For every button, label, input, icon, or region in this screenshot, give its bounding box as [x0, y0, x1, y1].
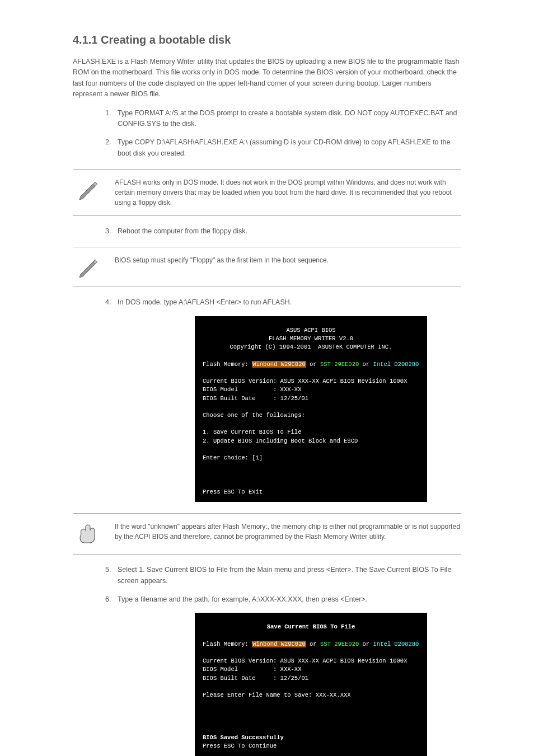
terminal-save-bios: Save Current BIOS To File Flash Memory: …: [195, 613, 427, 756]
step-6: 6.Type a filename and the path, for exam…: [73, 594, 461, 605]
step-5-text: Select 1. Save Current BIOS to File from…: [118, 566, 451, 584]
term2-flash-c: Intel 0208280: [373, 641, 419, 647]
note-1-text: AFLASH works only in DOS mode. It does n…: [115, 177, 461, 208]
pen-icon: [76, 179, 101, 201]
hand-icon: [74, 523, 102, 546]
term2-flash-b: SST 29EE020: [320, 641, 359, 647]
step-1: 1.Type FORMAT A:/S at the DOS prompt to …: [73, 108, 461, 130]
step-5: 5.Select 1. Save Current BIOS to File fr…: [73, 565, 461, 586]
term1-ver: Current BIOS Version: ASUS XXX-XX ACPI B…: [203, 378, 407, 384]
pen-icon: [76, 256, 101, 279]
step-4-text: In DOS mode, type A:\AFLASH <Enter> to r…: [118, 298, 292, 306]
term2-date: BIOS Built Date : 12/25/01: [203, 675, 308, 682]
term1-opt1: 1. Save Current BIOS To File: [203, 429, 301, 435]
step-6-text: Type a filename and the path, for exampl…: [118, 595, 367, 603]
term2-ver: Current BIOS Version: ASUS XXX-XX ACPI B…: [203, 658, 407, 664]
step-2-text: Type COPY D:\AFLASH\AFLASH.EXE A:\ (assu…: [118, 138, 450, 157]
term1-flash-b: SST 29EE020: [320, 361, 359, 368]
term2-model: BIOS Model : XXX-XX: [203, 666, 301, 673]
term2-flash-label: Flash Memory:: [203, 641, 252, 647]
term1-opt2: 2. Update BIOS Including Boot Block and …: [203, 438, 358, 444]
term1-flash-a: Winbond W29C020: [252, 361, 306, 368]
step-1-text: Type FORMAT A:/S at the DOS prompt to cr…: [118, 109, 457, 128]
term2-flash-a: Winbond W29C020: [252, 641, 306, 647]
note-3-text: If the word "unknown" appears after Flas…: [115, 522, 461, 542]
term1-title3: Copyright (C) 1994-2001 ASUSTeK COMPUTER…: [230, 344, 392, 350]
term1-esc: Press ESC To Exit: [203, 489, 263, 495]
step-4: 4.In DOS mode, type A:\AFLASH <Enter> to…: [73, 297, 461, 308]
term2-title: Save Current BIOS To File: [267, 623, 355, 630]
term2-or2: or: [359, 641, 373, 647]
terminal-main-menu: ASUS ACPI BIOS FLASH MEMORY WRITER V2.0 …: [195, 316, 427, 502]
term2-saved: BIOS Saved Successfully: [203, 734, 284, 741]
term2-prompt: Please Enter File Name to Save: XXX-XX.X…: [203, 692, 351, 698]
term1-choose: Choose one of the followings:: [203, 412, 305, 419]
term2-esc: Press ESC To Continue: [203, 743, 277, 749]
step-3-text: Reboot the computer from the floppy disk…: [118, 227, 247, 235]
step-2: 2.Type COPY D:\AFLASH\AFLASH.EXE A:\ (as…: [73, 137, 461, 159]
term1-enter: Enter choice: [1]: [203, 454, 263, 461]
term1-flash-label: Flash Memory:: [203, 361, 252, 368]
term1-title1: ASUS ACPI BIOS: [286, 327, 335, 334]
term1-title2: FLASH MEMORY WRITER V2.0: [269, 335, 353, 342]
term1-or2: or: [359, 361, 373, 368]
note-1: AFLASH works only in DOS mode. It does n…: [73, 169, 461, 216]
term1-flash-c: Intel 0208280: [373, 361, 419, 368]
term2-or1: or: [306, 641, 320, 647]
step-3: 3.Reboot the computer from the floppy di…: [73, 226, 461, 237]
intro-paragraph: AFLASH.EXE is a Flash Memory Writer util…: [73, 57, 461, 100]
note-3: If the word "unknown" appears after Flas…: [73, 513, 461, 555]
note-2: BIOS setup must specify "Floppy" as the …: [73, 247, 461, 287]
note-2-text: BIOS setup must specify "Floppy" as the …: [115, 255, 329, 265]
heading-creating-bootable: 4.1.1 Creating a bootable disk: [73, 34, 461, 46]
term1-model: BIOS Model : XXX-XX: [203, 386, 301, 393]
term1-date: BIOS Built Date : 12/25/01: [203, 395, 308, 402]
term1-or1: or: [306, 361, 320, 368]
